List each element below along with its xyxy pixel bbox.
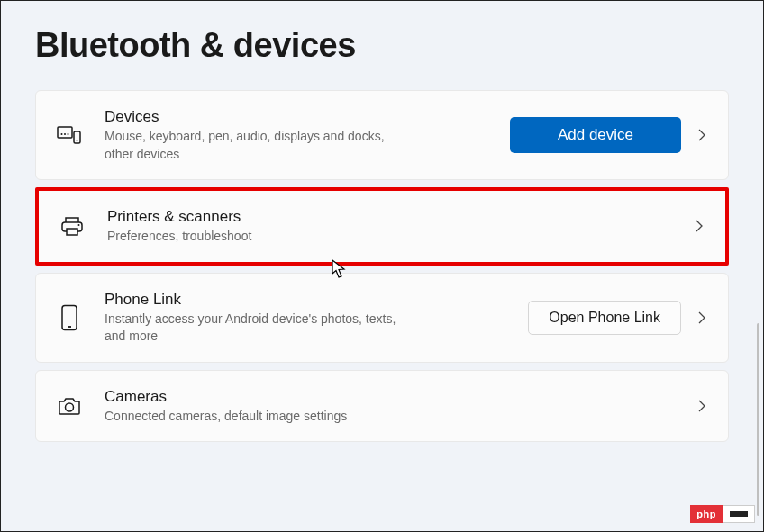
row-title: Phone Link bbox=[105, 290, 506, 311]
camera-icon bbox=[56, 395, 83, 417]
watermark: php bbox=[690, 505, 755, 523]
svg-point-1 bbox=[61, 133, 63, 135]
row-subtitle: Preferences, troubleshoot bbox=[107, 228, 414, 246]
svg-point-3 bbox=[68, 133, 69, 135]
row-subtitle: Instantly access your Android device's p… bbox=[105, 311, 411, 346]
scrollbar[interactable] bbox=[757, 323, 759, 516]
svg-point-2 bbox=[64, 133, 66, 135]
row-printers-scanners[interactable]: Printers & scanners Preferences, trouble… bbox=[35, 187, 729, 266]
chevron-right-icon bbox=[697, 128, 706, 142]
chevron-right-icon bbox=[695, 219, 704, 233]
open-phone-link-button[interactable]: Open Phone Link bbox=[528, 301, 681, 335]
row-title: Devices bbox=[105, 107, 488, 128]
row-subtitle: Mouse, keyboard, pen, audio, displays an… bbox=[105, 128, 411, 163]
chevron-right-icon bbox=[697, 311, 706, 325]
row-title: Cameras bbox=[105, 387, 676, 408]
devices-icon bbox=[56, 124, 83, 146]
row-phone-link[interactable]: Phone Link Instantly access your Android… bbox=[35, 273, 729, 363]
printer-icon bbox=[59, 215, 86, 237]
chevron-right-icon bbox=[697, 399, 706, 413]
svg-point-8 bbox=[78, 224, 80, 226]
phone-icon bbox=[56, 304, 83, 331]
row-title: Printers & scanners bbox=[107, 207, 673, 228]
watermark-label: php bbox=[690, 505, 723, 523]
page-title: Bluetooth & devices bbox=[35, 26, 729, 65]
row-cameras[interactable]: Cameras Connected cameras, default image… bbox=[35, 370, 729, 443]
watermark-tail bbox=[723, 505, 755, 523]
svg-rect-0 bbox=[58, 127, 72, 138]
svg-point-11 bbox=[66, 403, 74, 411]
svg-point-5 bbox=[77, 140, 78, 142]
row-devices[interactable]: Devices Mouse, keyboard, pen, audio, dis… bbox=[35, 90, 729, 180]
svg-rect-7 bbox=[67, 229, 77, 235]
add-device-button[interactable]: Add device bbox=[510, 117, 681, 153]
row-subtitle: Connected cameras, default image setting… bbox=[105, 408, 676, 426]
